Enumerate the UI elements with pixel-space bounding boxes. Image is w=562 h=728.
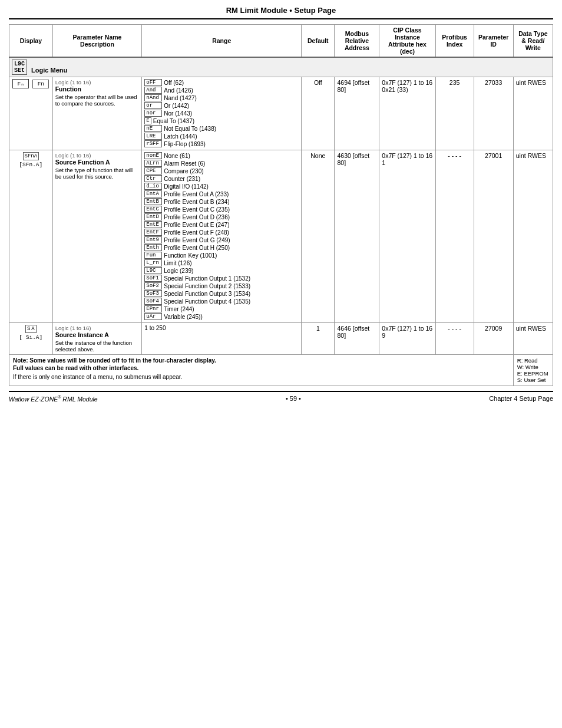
param-desc-fn: Set the operator that will be used to co… — [55, 94, 140, 107]
range-text: Flip-Flop (1693) — [164, 141, 206, 147]
range-text: Profile Event Out D (236) — [164, 214, 230, 220]
range-text: Variable (245)) — [164, 314, 202, 320]
header-modbus: Modbus Relative Address — [335, 25, 379, 58]
range-item: Ent9 Profile Event Out G (249) — [144, 236, 299, 243]
range-item: EntC Profile Event Out C (235) — [144, 206, 299, 213]
paramid-cell-sfna: 27001 — [474, 150, 513, 323]
display-box-fn2: Fn — [32, 80, 49, 88]
notes-row: Note: Some values will be rounded off to… — [9, 355, 553, 386]
range-item: EntE Profile Event Out E (247) — [144, 221, 299, 228]
range-text: 1 to 250 — [144, 325, 166, 331]
note-2: Full values can be read with other inter… — [13, 365, 510, 371]
modbus-cell-sfna: 4630 [offset 80] — [335, 150, 379, 323]
range-text: Limit (126) — [164, 260, 191, 266]
note-bold: Note: Some values will be rounded off to… — [13, 357, 216, 364]
range-item: rSFF Flip-Flop (1693) — [144, 140, 299, 147]
range-cell-sia: 1 to 250 — [142, 323, 302, 355]
range-text: Profile Event Out H (250) — [164, 245, 230, 251]
notes-cell: Note: Some values will be rounded off to… — [9, 355, 514, 386]
range-box: EntD — [144, 213, 162, 220]
paramid-cell-sia: 27009 — [474, 323, 513, 355]
range-box: rSFF — [144, 140, 162, 147]
header-default: Default — [302, 25, 335, 58]
range-box: EntB — [144, 198, 162, 205]
page-title: RM Limit Module • Setup Page — [9, 6, 553, 19]
param-cell-function: Logic (1 to 16) Function Set the operato… — [52, 77, 142, 150]
range-item: L9C Logic (239) — [144, 267, 299, 274]
param-name-fn: Function — [55, 85, 140, 93]
header-datatype: Data Type & Read/ Write — [513, 25, 553, 58]
range-item: SoF4 Special Function Output 4 (1535) — [144, 298, 299, 305]
range-text: Nand (1427) — [164, 95, 197, 101]
header-range: Range — [142, 25, 302, 58]
range-box: CPE — [144, 167, 162, 174]
display-box-sia1: S A — [25, 325, 37, 333]
range-item: CPE Compare (230) — [144, 167, 299, 174]
range-box: SoF2 — [144, 282, 162, 289]
range-item: nor Nor (1443) — [144, 110, 299, 117]
range-box: Ctr — [144, 175, 162, 182]
param-cell-sia: Logic (1 to 16) Source Instance A Set th… — [52, 323, 142, 355]
range-item: nAnd Nand (1427) — [144, 94, 299, 101]
cip-cell-sfna: 0x7F (127) 1 to 16 1 — [379, 150, 435, 323]
range-box: L9C — [144, 267, 162, 274]
range-item: And And (1426) — [144, 87, 299, 94]
section-label: Logic Menu — [31, 67, 67, 74]
range-item: EntD Profile Event Out D (236) — [144, 213, 299, 220]
range-item: EntB Profile Event Out B (234) — [144, 198, 299, 205]
range-item: uAr Variable (245)) — [144, 313, 299, 320]
range-box: nonE — [144, 152, 162, 159]
page-wrapper: RM Limit Module • Setup Page Display Par… — [0, 0, 562, 409]
range-text: Special Function Output 4 (1535) — [164, 298, 250, 305]
footer-left: Watlow EZ-ZONE® RML Module — [9, 395, 98, 403]
note-1: Note: Some values will be rounded off to… — [13, 357, 510, 364]
range-box: SoF1 — [144, 275, 162, 282]
table-row: Fₙ Fn Logic (1 to 16) Function Set the o… — [9, 77, 553, 150]
range-text: Profile Event Out A (233) — [164, 191, 229, 197]
datatype-cell-sia: uint RWES — [513, 323, 553, 355]
range-item: d_io Digital I/O (1142) — [144, 183, 299, 190]
range-box: EPnr — [144, 305, 162, 312]
range-item: or Or (1442) — [144, 102, 299, 109]
display-cell-fn: Fₙ Fn — [9, 77, 53, 150]
default-cell-fn: Off — [302, 77, 335, 150]
param-name-sia: Source Instance A — [55, 331, 140, 338]
range-item: EntF Profile Event Out F (248) — [144, 229, 299, 236]
param-logic-sfna: Logic (1 to 16) — [55, 152, 140, 159]
display-label-sia: [ Si.A] — [12, 334, 50, 341]
range-item: LRE Latch (1444) — [144, 133, 299, 140]
range-text: Compare (230) — [164, 168, 203, 174]
range-box: oFF — [144, 79, 162, 86]
range-text: Nor (1443) — [164, 110, 192, 117]
profibus-cell-sfna: - - - - — [435, 150, 474, 323]
default-cell-sia: 1 — [302, 323, 335, 355]
range-box: ALrn — [144, 160, 162, 167]
cip-cell-sia: 0x7F (127) 1 to 16 9 — [379, 323, 435, 355]
range-text: Digital I/O (1142) — [164, 183, 209, 190]
range-item: SoF1 Special Function Output 1 (1532) — [144, 275, 299, 282]
range-text: Equal To (1437) — [153, 118, 194, 124]
display-cell-sia: S A [ Si.A] — [9, 323, 53, 355]
modbus-cell-fn: 4694 [offset 80] — [335, 77, 379, 150]
range-item: oFF Off (62) — [144, 79, 299, 86]
range-item: E Equal To (1437) — [144, 117, 299, 124]
range-box: L_rn — [144, 259, 162, 266]
range-box: SoF4 — [144, 298, 162, 305]
range-box: nor — [144, 110, 162, 117]
range-text: None (61) — [164, 153, 190, 159]
range-text: Timer (244) — [164, 306, 194, 312]
range-box: EntA — [144, 190, 162, 197]
footer-center: • 59 • — [286, 395, 301, 402]
section-header-cell: L9CSEt Logic Menu — [9, 57, 553, 77]
range-item: nonE None (61) — [144, 152, 299, 159]
note-3: If there is only one instance of a menu,… — [13, 374, 510, 380]
range-item: EntA Profile Event Out A (233) — [144, 190, 299, 197]
range-box: EntE — [144, 221, 162, 228]
range-text: Special Function Output 3 (1534) — [164, 291, 250, 297]
profibus-cell-fn: 235 — [435, 77, 474, 150]
range-box: LRE — [144, 133, 162, 140]
range-item: Ctr Counter (231) — [144, 175, 299, 182]
range-box: d_io — [144, 183, 162, 190]
range-box: or — [144, 102, 162, 109]
range-text: Off (62) — [164, 80, 184, 86]
